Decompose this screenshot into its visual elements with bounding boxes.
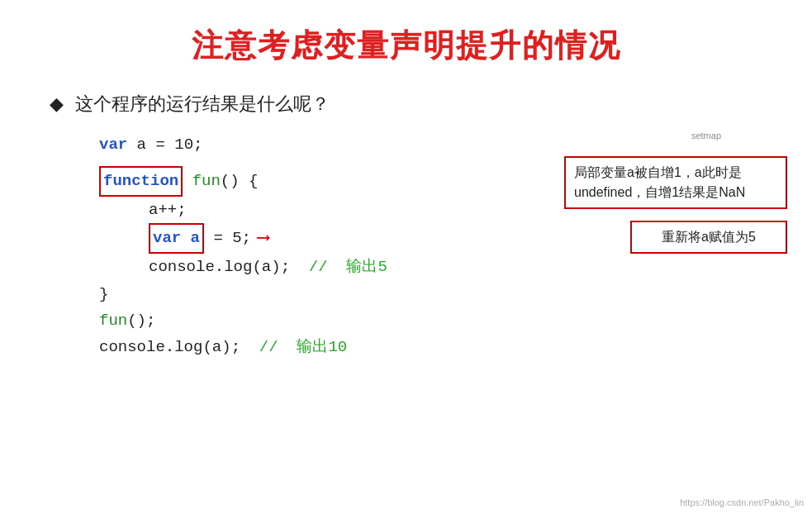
code-paren-brace: () { xyxy=(221,168,259,194)
code-comment-1: // xyxy=(309,254,347,280)
code-assign-5: = 5; xyxy=(204,225,251,251)
bullet-point: ◆ 这个程序的运行结果是什么呢？ xyxy=(50,92,779,117)
code-space-comment-2 xyxy=(240,334,259,360)
fun-name: fun xyxy=(192,168,221,194)
code-output-1: 输出5 xyxy=(346,254,387,280)
code-a-assign: a = 10; xyxy=(127,131,202,158)
code-a-increment: a++; xyxy=(149,197,187,223)
annotation-top-line2: undefined，自增1结果是NaN xyxy=(574,183,777,202)
code-line-7: fun (); xyxy=(99,307,779,334)
code-brace-close: } xyxy=(99,281,108,307)
code-line-8: console.log(a); // 输出10 xyxy=(99,334,779,360)
fun-call: fun xyxy=(99,307,127,334)
bullet-text: 这个程序的运行结果是什么呢？ xyxy=(75,92,330,117)
watermark: https://blog.csdn.net/Pakho_lin xyxy=(680,497,804,507)
annotation-bottom-text: 重新将a赋值为5 xyxy=(662,230,756,244)
bullet-diamond-icon: ◆ xyxy=(50,93,64,115)
code-space-comment-1 xyxy=(290,254,309,280)
code-comment-2: // xyxy=(259,334,297,360)
var-a-box: var a xyxy=(149,223,204,253)
annotation-box-bottom: 重新将a赋值为5 xyxy=(630,221,787,254)
slide: 注意考虑变量声明提升的情况 setmap ◆ 这个程序的运行结果是什么呢？ va… xyxy=(0,0,812,514)
annotation-box-top: 局部变量a被自增1，a此时是 undefined，自增1结果是NaN xyxy=(564,156,787,209)
code-area: var a = 10; function fun () { a++; var a… xyxy=(99,131,779,360)
slide-title: 注意考虑变量声明提升的情况 xyxy=(33,25,779,67)
var-keyword-1: var xyxy=(99,131,127,158)
function-keyword-box: function xyxy=(99,166,183,196)
code-output-2: 输出10 xyxy=(297,334,347,360)
code-line-5: console.log(a); // 输出5 xyxy=(149,254,779,280)
code-space xyxy=(183,168,192,194)
code-console-log-2: console.log(a); xyxy=(99,334,240,360)
code-console-log-1: console.log(a); xyxy=(149,254,290,280)
annotation-top-line1: 局部变量a被自增1，a此时是 xyxy=(574,163,777,183)
arrow-right-icon: ⟶ xyxy=(258,223,268,254)
code-fun-call-paren: (); xyxy=(127,307,155,334)
code-line-1: var a = 10; xyxy=(99,131,779,158)
code-line-6: } xyxy=(99,281,779,307)
